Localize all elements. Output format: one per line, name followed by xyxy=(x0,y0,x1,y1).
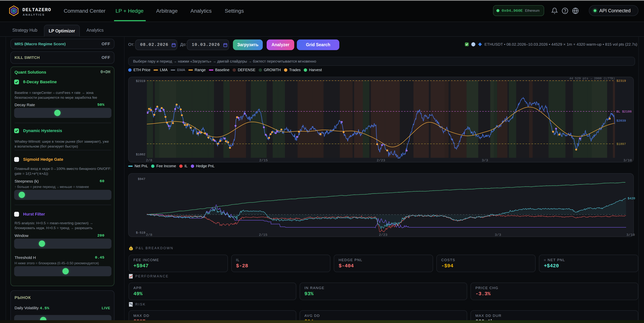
svg-text:$947: $947 xyxy=(138,177,145,181)
svg-text:2/23: 2/23 xyxy=(376,158,385,162)
svg-text:$2039: $2039 xyxy=(616,119,626,122)
svg-text:3/10: 3/10 xyxy=(623,158,632,162)
svg-text:BL $2108: BL $2108 xyxy=(616,110,632,114)
svg-text:44 529 pts → 2000 (LTTB): 44 529 pts → 2000 (LTTB) xyxy=(569,77,615,80)
svg-text:3/3: 3/3 xyxy=(495,233,501,237)
svg-text:$2319: $2319 xyxy=(616,79,626,83)
svg-text:3/10: 3/10 xyxy=(626,233,635,237)
svg-text:2/8: 2/8 xyxy=(146,158,152,162)
svg-text:$-519: $-519 xyxy=(136,231,145,234)
svg-text:$1802: $1802 xyxy=(136,153,145,156)
svg-text:$420: $420 xyxy=(628,197,635,200)
svg-text:2/15: 2/15 xyxy=(259,158,268,162)
svg-text:$: $ xyxy=(130,248,132,250)
svg-text:$2319: $2319 xyxy=(136,79,145,83)
svg-text:$1897: $1897 xyxy=(616,142,626,146)
svg-text:2/23: 2/23 xyxy=(379,233,388,237)
svg-text:2/8: 2/8 xyxy=(146,233,152,237)
svg-text:3/3: 3/3 xyxy=(482,158,488,162)
svg-text:2/15: 2/15 xyxy=(259,233,268,237)
